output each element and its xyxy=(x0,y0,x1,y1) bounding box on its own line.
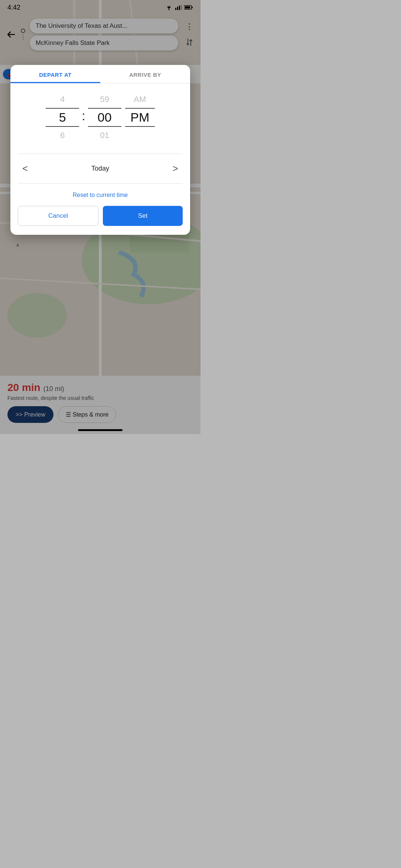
time-picker-modal: DEPART AT ARRIVE BY 4 5 6 : 59 00 01 AM … xyxy=(10,65,190,235)
date-next-button[interactable]: > xyxy=(170,161,181,176)
svg-point-12 xyxy=(169,9,170,10)
battery-icon xyxy=(184,5,193,10)
svg-rect-14 xyxy=(177,7,178,10)
date-row: < Today > xyxy=(10,154,190,183)
svg-rect-15 xyxy=(179,6,180,10)
minute-column: 59 00 01 xyxy=(86,91,123,144)
wifi-icon xyxy=(165,4,173,10)
date-current-label: Today xyxy=(91,165,109,172)
date-prev-button[interactable]: < xyxy=(19,161,31,176)
reset-link[interactable]: Reset to current time xyxy=(73,192,128,198)
status-icons xyxy=(165,4,193,10)
hour-current[interactable]: 5 xyxy=(46,108,79,127)
signal-icon xyxy=(175,5,182,10)
svg-rect-13 xyxy=(175,8,176,10)
minute-next[interactable]: 01 xyxy=(100,127,109,144)
hour-prev[interactable]: 4 xyxy=(60,91,65,108)
reset-row: Reset to current time xyxy=(10,184,190,206)
cancel-button[interactable]: Cancel xyxy=(18,206,98,226)
time-picker: 4 5 6 : 59 00 01 AM PM AM xyxy=(10,83,190,148)
home-indicator xyxy=(78,429,123,431)
depart-at-tab[interactable]: DEPART AT xyxy=(10,65,100,83)
hour-next[interactable]: 6 xyxy=(60,127,65,144)
modal-buttons: Cancel Set xyxy=(10,206,190,235)
svg-rect-19 xyxy=(185,6,190,9)
arrive-by-tab[interactable]: ARRIVE BY xyxy=(100,65,190,83)
ampm-prev[interactable]: AM xyxy=(134,91,146,108)
ampm-current[interactable]: PM xyxy=(125,108,155,127)
svg-rect-18 xyxy=(192,7,193,8)
minute-prev[interactable]: 59 xyxy=(100,91,109,108)
ampm-column: AM PM AM xyxy=(123,91,157,144)
hour-column: 4 5 6 xyxy=(44,91,81,144)
set-button[interactable]: Set xyxy=(103,206,183,226)
svg-rect-16 xyxy=(181,5,182,10)
modal-tabs: DEPART AT ARRIVE BY xyxy=(10,65,190,83)
minute-current[interactable]: 00 xyxy=(88,108,121,127)
status-time: 4:42 xyxy=(7,4,20,11)
status-bar: 4:42 xyxy=(0,0,200,15)
time-separator: : xyxy=(82,109,85,126)
